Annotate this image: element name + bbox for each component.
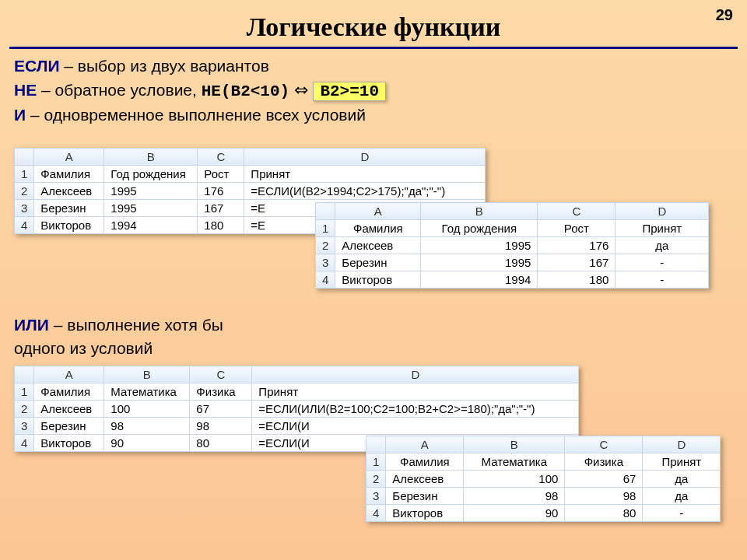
page-title: Логические функции [0, 12, 747, 42]
cell: Алексеев [386, 471, 464, 488]
col-header-d: D [615, 203, 709, 220]
cell: 1994 [421, 271, 538, 289]
col-header-b: B [421, 203, 538, 220]
cell: - [615, 254, 709, 271]
row-header: 1 [316, 220, 335, 237]
col-header-c: C [565, 436, 643, 453]
row-header: 1 [366, 453, 386, 471]
code-ne: НЕ(B2<10) [202, 82, 289, 100]
cell: 67 [190, 401, 252, 418]
cell: Викторов [34, 217, 104, 234]
line-ili-block: ИЛИ – выполнение хотя бы одного из услов… [0, 311, 237, 362]
line-ne: НЕ – обратное условие, НЕ(B2<10) ⇔ B2>=1… [14, 80, 733, 101]
row-header: 4 [316, 271, 335, 289]
cell: да [643, 471, 721, 488]
cell: Физика [190, 383, 252, 401]
col-header-c: C [538, 203, 615, 220]
cell: Березин [34, 200, 104, 217]
cell: 98 [104, 418, 190, 435]
title-divider [9, 47, 738, 49]
row-header: 2 [15, 401, 34, 418]
kw-i: И [14, 106, 26, 124]
line-ili: ИЛИ – выполнение хотя бы [14, 316, 223, 334]
cell: 1995 [104, 183, 198, 200]
cell: 100 [464, 471, 565, 488]
cell: да [643, 488, 721, 505]
cell: 1995 [421, 254, 538, 271]
cell: Березин [386, 488, 464, 505]
col-header-a: A [34, 149, 104, 166]
cell: 100 [104, 401, 190, 418]
text-esli: – выбор из двух вариантов [59, 57, 268, 75]
row-header: 3 [366, 488, 386, 505]
cell: 167 [198, 200, 244, 217]
col-header-d: D [643, 436, 721, 453]
row-header: 4 [366, 505, 386, 522]
corner-cell [316, 203, 335, 220]
cell: 67 [565, 471, 643, 488]
cell: Фамилия [386, 453, 464, 471]
cell: Принят [252, 383, 579, 401]
cell: 98 [190, 418, 252, 435]
cell: Викторов [386, 505, 464, 522]
spreadsheet-and-result: A B C D 1 Фамилия Год рождения Рост Прин… [315, 202, 709, 289]
kw-esli: ЕСЛИ [14, 57, 59, 75]
cell: Березин [335, 254, 421, 271]
cell: Березин [34, 418, 104, 435]
cell: 1994 [104, 217, 198, 234]
cell: 90 [464, 505, 565, 522]
col-header-d: D [252, 366, 579, 383]
text-ili-1: – выполнение хотя бы [49, 316, 223, 334]
row-header: 4 [15, 217, 34, 234]
cell: =ЕСЛИ(И [252, 418, 579, 435]
highlight-box: B2>=10 [313, 82, 386, 101]
spreadsheet-or-result: A B C D 1 Фамилия Математика Физика Прин… [366, 436, 721, 522]
cell: 80 [190, 435, 252, 452]
cell: да [615, 237, 709, 254]
arrow-icon: ⇔ [289, 80, 313, 100]
text-ili-2: одного из условий [14, 339, 223, 358]
cell: Рост [538, 220, 615, 237]
cell: 180 [538, 271, 615, 289]
text-ne: – обратное условие, [37, 81, 202, 99]
line-esli: ЕСЛИ – выбор из двух вариантов [14, 57, 733, 75]
col-header-b: B [104, 366, 190, 383]
cell: Математика [104, 383, 190, 401]
cell: =ЕСЛИ(ИЛИ(B2=100;C2=100;B2+C2>=180);"да"… [252, 401, 579, 418]
cell: 167 [538, 254, 615, 271]
content-area: ЕСЛИ – выбор из двух вариантов НЕ – обра… [0, 57, 747, 124]
line-i: И – одновременное выполнение всех услови… [14, 106, 733, 124]
kw-ne: НЕ [14, 81, 37, 99]
cell: Алексеев [34, 401, 104, 418]
cell: Физика [565, 453, 643, 471]
col-header-a: A [386, 436, 464, 453]
cell: - [643, 505, 721, 522]
cell: Принят [244, 166, 486, 183]
corner-cell [15, 149, 34, 166]
row-header: 3 [316, 254, 335, 271]
col-header-b: B [104, 149, 198, 166]
cell: Викторов [335, 271, 421, 289]
cell: Алексеев [34, 183, 104, 200]
cell: 176 [198, 183, 244, 200]
col-header-b: B [464, 436, 565, 453]
corner-cell [366, 436, 386, 453]
cell: Принят [643, 453, 721, 471]
cell: 98 [464, 488, 565, 505]
cell: Рост [198, 166, 244, 183]
cell: 1995 [421, 237, 538, 254]
row-header: 3 [15, 418, 34, 435]
row-header: 1 [15, 166, 34, 183]
cell: Алексеев [335, 237, 421, 254]
col-header-d: D [244, 149, 486, 166]
cell: Математика [464, 453, 565, 471]
row-header: 4 [15, 435, 34, 452]
cell: Фамилия [335, 220, 421, 237]
cell: Фамилия [34, 383, 104, 401]
col-header-a: A [335, 203, 421, 220]
text-i: – одновременное выполнение всех условий [26, 106, 366, 124]
corner-cell [15, 366, 34, 383]
col-header-c: C [190, 366, 252, 383]
cell: - [615, 271, 709, 289]
row-header: 1 [15, 383, 34, 401]
